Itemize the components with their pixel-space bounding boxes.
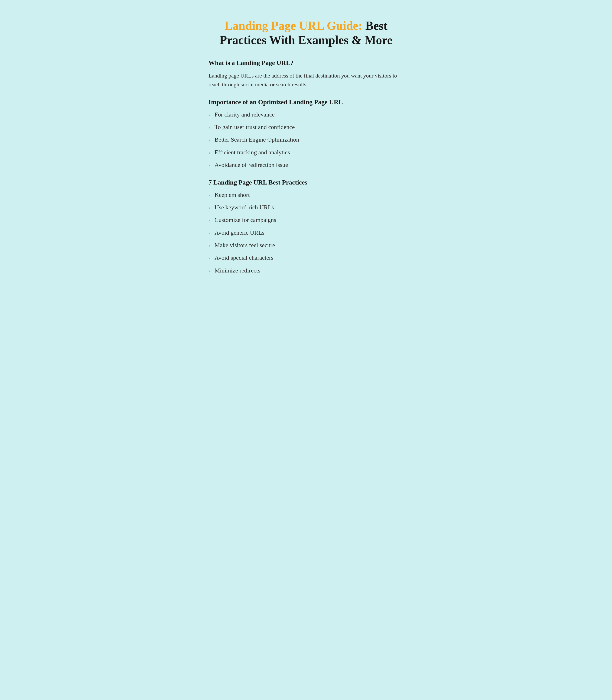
chevron-icon: › xyxy=(208,111,210,119)
title-highlight: Landing Page URL Guide: xyxy=(224,19,362,32)
list-item-text: Avoid special characters xyxy=(214,254,274,262)
list-item: › Avoid generic URLs xyxy=(208,229,404,237)
chevron-icon: › xyxy=(208,191,210,199)
page-wrapper: Landing Page URL Guide: Best Practices W… xyxy=(208,14,404,275)
list-item-text: Avoidance of redirection issue xyxy=(214,161,288,169)
list-item-text: For clarity and relevance xyxy=(214,111,275,119)
what-is-heading: What is a Landing Page URL? xyxy=(208,59,404,67)
best-practices-section: 7 Landing Page URL Best Practices › Keep… xyxy=(208,179,404,275)
chevron-icon: › xyxy=(208,136,210,144)
list-item: › Avoidance of redirection issue xyxy=(208,161,404,169)
list-item-text: Efficient tracking and analytics xyxy=(214,148,290,157)
list-item-text: Better Search Engine Optimization xyxy=(214,136,299,144)
list-item-text: Keep em short xyxy=(214,191,250,199)
chevron-icon: › xyxy=(208,242,210,250)
list-item: › Minimize redirects xyxy=(208,266,404,275)
chevron-icon: › xyxy=(208,229,210,237)
title-section: Landing Page URL Guide: Best Practices W… xyxy=(208,14,404,47)
list-item: › To gain user trust and confidence xyxy=(208,123,404,131)
importance-section: Importance of an Optimized Landing Page … xyxy=(208,98,404,169)
list-item-text: Customize for campaigns xyxy=(214,216,276,224)
list-item: › Make visitors feel secure xyxy=(208,241,404,250)
importance-list: › For clarity and relevance › To gain us… xyxy=(208,111,404,169)
list-item: › Efficient tracking and analytics xyxy=(208,148,404,157)
list-item: › Use keyword-rich URLs xyxy=(208,203,404,212)
chevron-icon: › xyxy=(208,216,210,224)
list-item-text: Minimize redirects xyxy=(214,266,260,275)
chevron-icon: › xyxy=(208,124,210,131)
best-practices-heading: 7 Landing Page URL Best Practices xyxy=(208,179,404,186)
list-item: › Customize for campaigns xyxy=(208,216,404,224)
list-item-text: Use keyword-rich URLs xyxy=(214,203,274,212)
list-item: › Avoid special characters xyxy=(208,254,404,262)
list-item: › For clarity and relevance xyxy=(208,111,404,119)
importance-heading: Importance of an Optimized Landing Page … xyxy=(208,98,404,106)
best-practices-list: › Keep em short › Use keyword-rich URLs … xyxy=(208,191,404,275)
what-is-body: Landing page URLs are the address of the… xyxy=(208,71,404,89)
chevron-icon: › xyxy=(208,204,210,212)
list-item: › Keep em short xyxy=(208,191,404,199)
list-item: › Better Search Engine Optimization xyxy=(208,136,404,144)
what-is-section: What is a Landing Page URL? Landing page… xyxy=(208,59,404,89)
list-item-text: Make visitors feel secure xyxy=(214,241,275,250)
list-item-text: To gain user trust and confidence xyxy=(214,123,295,131)
chevron-icon: › xyxy=(208,161,210,169)
chevron-icon: › xyxy=(208,149,210,157)
page-title: Landing Page URL Guide: Best Practices W… xyxy=(208,18,404,47)
chevron-icon: › xyxy=(208,267,210,275)
chevron-icon: › xyxy=(208,254,210,262)
list-item-text: Avoid generic URLs xyxy=(214,229,264,237)
